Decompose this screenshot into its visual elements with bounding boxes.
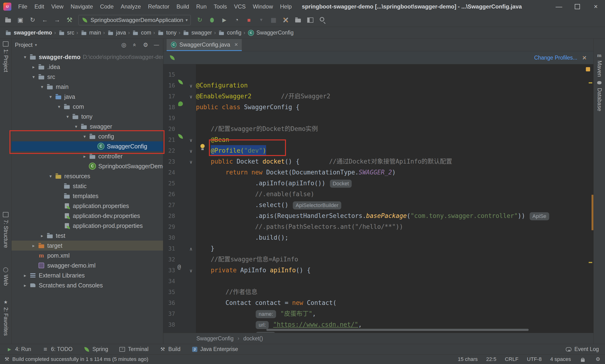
tree-item-main[interactable]: main	[12, 82, 163, 92]
close-tab-icon[interactable]: ×	[234, 41, 238, 48]
at-gutter-icon[interactable]	[175, 261, 186, 272]
sync-icon[interactable]	[27, 15, 38, 25]
tree-open-arrow-icon[interactable]	[81, 134, 89, 139]
gear-icon[interactable]	[141, 41, 150, 49]
status-widget-15-chars[interactable]: 15 chars	[458, 356, 478, 362]
tab-swaggerconfig-java[interactable]: SwaggerConfig.java ×	[167, 39, 242, 51]
toolwindow-button-terminal[interactable]: Terminal	[119, 346, 148, 353]
tree-item-templates[interactable]: templates	[12, 191, 163, 201]
maximize-button[interactable]	[568, 0, 587, 13]
forward-icon[interactable]	[52, 15, 62, 25]
wrench-icon[interactable]	[582, 55, 587, 60]
toolwindow-button-6-todo[interactable]: 6: TODO	[42, 346, 73, 353]
change-profiles-link[interactable]: Change Profiles...	[534, 55, 577, 61]
tree-item-scratches-and-consoles[interactable]: Scratches and Consoles	[12, 280, 163, 290]
bean2-gutter-icon[interactable]	[175, 98, 186, 109]
tree-open-arrow-icon[interactable]	[72, 124, 80, 129]
menu-code[interactable]: Code	[96, 3, 117, 10]
toolwindow-button-7-structure[interactable]: 7: Structure	[0, 211, 11, 248]
tree-closed-arrow-icon[interactable]	[81, 154, 89, 159]
tree-item-swaggerconfig[interactable]: SwaggerConfig	[12, 141, 163, 151]
toolwindow-button-2-favorites[interactable]: 2: Favorites	[0, 299, 11, 336]
tree-item-controller[interactable]: controller	[12, 151, 163, 161]
collapse-icon[interactable]	[130, 41, 139, 49]
menu-help[interactable]: Help	[276, 3, 295, 10]
tree-open-arrow-icon[interactable]	[38, 84, 46, 90]
bean-gutter-icon[interactable]	[175, 131, 186, 142]
search-icon[interactable]	[317, 15, 328, 25]
breadcrumb-java[interactable]: java	[107, 29, 127, 36]
tree-open-arrow-icon[interactable]	[21, 54, 29, 60]
layout-icon[interactable]	[305, 15, 316, 25]
menu-view[interactable]: View	[48, 3, 67, 10]
gear-sm-icon[interactable]	[595, 356, 601, 363]
hammer-icon[interactable]	[64, 15, 75, 25]
tree-item-static[interactable]: static	[12, 181, 163, 191]
breadcrumb-tony[interactable]: tony	[157, 29, 177, 36]
breadcrumb-swagger-demo[interactable]: swagger-demo	[4, 29, 52, 36]
toolwindow-button-web[interactable]: Web	[0, 266, 11, 286]
tree-item-com[interactable]: com	[12, 102, 163, 112]
tree-item-pom-xml[interactable]: pom.xml	[12, 250, 163, 260]
structure-icon[interactable]	[293, 15, 303, 25]
tree-open-arrow-icon[interactable]	[47, 173, 55, 179]
lock-icon[interactable]	[579, 356, 586, 363]
inspections-badge-icon[interactable]	[586, 67, 590, 71]
toolwindow-button-spring[interactable]: Spring	[83, 346, 108, 353]
tree-item-swagger-demo-iml[interactable]: swagger-demo.iml	[12, 260, 163, 270]
chevron-down-icon[interactable]: ▾	[35, 42, 37, 48]
tree-item-resources[interactable]: resources	[12, 171, 163, 181]
menu-tools[interactable]: Tools	[210, 3, 231, 10]
locate-icon[interactable]	[120, 41, 128, 49]
debug-icon[interactable]	[207, 15, 217, 25]
tree-closed-arrow-icon[interactable]	[21, 283, 29, 288]
tree-item-swagger-demo[interactable]: swagger-demoD:\code\springboot\swagger-d…	[12, 52, 163, 62]
breadcrumb-com[interactable]: com	[131, 29, 152, 36]
status-widget-22-5[interactable]: 22:5	[486, 356, 496, 362]
tree-item-test[interactable]: test	[12, 231, 163, 241]
menu-navigate[interactable]: Navigate	[67, 3, 97, 10]
tree-item-application-properties[interactable]: application.properties	[12, 201, 163, 211]
toolwindow-button-java-enterprise[interactable]: Java Enterprise	[192, 346, 238, 353]
tree-closed-arrow-icon[interactable]	[29, 243, 38, 248]
toolwindow-button-4-run[interactable]: 4: Run	[6, 346, 31, 353]
coverage-icon[interactable]	[219, 15, 230, 25]
editor-breadcrumb-swaggerconfig[interactable]: SwaggerConfig	[196, 335, 233, 342]
tools-icon[interactable]	[281, 15, 291, 25]
menu-window[interactable]: Window	[249, 3, 276, 10]
menu-run[interactable]: Run	[193, 3, 210, 10]
tree-item-springbootswaggerdemoapplication[interactable]: SpringbootSwaggerDemoApplication	[12, 161, 163, 171]
menu-analyze[interactable]: Analyze	[117, 3, 144, 10]
tree-item-swagger[interactable]: swagger	[12, 121, 163, 131]
rerun-icon[interactable]	[194, 15, 205, 25]
status-widget-utf-8[interactable]: UTF-8	[527, 356, 542, 362]
breadcrumb-swaggerconfig[interactable]: SwaggerConfig	[247, 29, 294, 36]
status-widget-crlf[interactable]: CRLF	[505, 356, 518, 362]
stop-icon[interactable]	[244, 15, 254, 25]
tree-item-idea[interactable]: .idea	[12, 62, 163, 72]
menu-refactor[interactable]: Refactor	[144, 3, 173, 10]
breadcrumb-main[interactable]: main	[80, 29, 102, 36]
tree-closed-arrow-icon[interactable]	[38, 233, 46, 238]
tree-item-application-dev-properties[interactable]: application-dev.properties	[12, 211, 163, 221]
tree-open-arrow-icon[interactable]	[29, 74, 38, 80]
breadcrumb-swagger[interactable]: swagger	[182, 29, 212, 36]
tree-item-application-prod-properties[interactable]: application-prod.properties	[12, 221, 163, 231]
horizontal-scrollbar[interactable]	[266, 329, 529, 331]
dim-pin-icon[interactable]	[256, 15, 266, 25]
tree-open-arrow-icon[interactable]	[64, 114, 72, 119]
menu-vcs[interactable]: VCS	[231, 3, 249, 10]
toolwindow-button-maven[interactable]: Maven	[594, 52, 605, 77]
hide-icon[interactable]	[152, 41, 161, 49]
toolwindow-button-database[interactable]: Database	[594, 79, 605, 111]
breadcrumb-src[interactable]: src	[58, 29, 75, 36]
close-button[interactable]: ×	[587, 0, 605, 13]
breadcrumb-config[interactable]: config	[218, 29, 242, 36]
tree-item-external-libraries[interactable]: External Libraries	[12, 270, 163, 280]
dim-grid-icon[interactable]	[268, 15, 279, 25]
line-number[interactable]: 39	[163, 330, 175, 333]
tree-item-src[interactable]: src	[12, 72, 163, 82]
tree-item-config[interactable]: config	[12, 131, 163, 141]
tree-item-tony[interactable]: tony	[12, 112, 163, 121]
tree-item-target[interactable]: target	[12, 241, 163, 250]
